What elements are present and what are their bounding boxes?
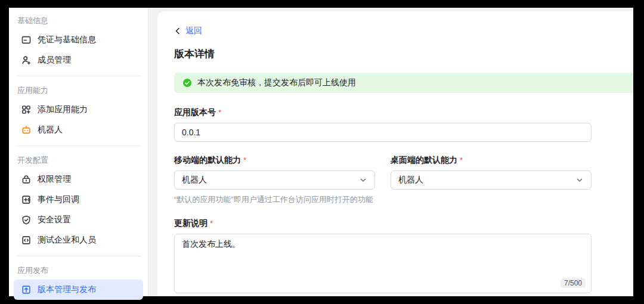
mobile-capability-value: 机器人 [182,175,207,185]
char-counter: 7/500 [561,278,586,288]
chevron-down-icon [575,176,584,184]
mobile-capability-select[interactable]: 机器人 [174,170,375,190]
version-label: 应用版本号 * [174,107,633,118]
sidebar-item-label: 权限管理 [38,174,71,185]
version-input[interactable] [174,123,592,142]
sidebar-item-members[interactable]: 成员管理 [14,50,143,70]
sidebar-item-label: 成员管理 [38,55,71,66]
required-mark: * [460,156,463,165]
sidebar-section-dev-config: 开发配置 [9,151,148,169]
publish-up-icon [21,284,32,295]
sidebar-divider [17,145,141,146]
chevron-down-icon [359,176,367,184]
main-content: 返回 版本详情 本次发布免审核，提交发布后即可上线使用 应用版本号 * 移动端的… [157,11,633,296]
release-notes-wrap: 首次发布上线。 7/500 [174,234,592,293]
banner-text: 本次发布免审核，提交发布后即可上线使用 [197,77,356,88]
lock-icon [21,174,32,185]
back-button[interactable]: 返回 [174,26,202,36]
sidebar-item-label: 事件与回调 [38,194,79,205]
sidebar-item-bot[interactable]: 机器人 [14,120,143,140]
sidebar-item-version-release[interactable]: 版本管理与发布 [14,280,143,300]
shield-check-icon [21,215,32,225]
robot-icon [21,125,32,135]
sidebar: 基础信息 凭证与基础信息 成员管理 应用能力 添加应用能力 机器人 [9,8,148,296]
sidebar-divider [17,76,141,76]
page-title: 版本详情 [174,47,633,61]
app-window: 基础信息 凭证与基础信息 成员管理 应用能力 添加应用能力 机器人 [9,8,633,296]
required-mark: * [243,156,246,165]
sidebar-section-app-release: 应用发布 [9,261,148,280]
sidebar-section-basic-info: 基础信息 [9,11,148,30]
app-grid-add-icon [21,104,32,115]
sidebar-item-permissions[interactable]: 权限管理 [14,169,143,190]
sidebar-item-label: 凭证与基础信息 [38,35,96,45]
required-mark: * [218,108,221,117]
sidebar-item-label: 安全设置 [38,215,71,225]
desktop-capability-select[interactable]: 机器人 [391,170,592,190]
chevron-left-icon [174,27,181,35]
sidebar-item-label: 添加应用能力 [38,104,88,115]
code-icon [21,235,32,246]
back-label: 返回 [185,26,202,36]
sidebar-item-events[interactable]: 事件与回调 [14,190,143,210]
required-mark: * [210,219,213,228]
release-notes-textarea[interactable]: 首次发布上线。 [174,234,592,293]
release-notes-label: 更新说明 * [174,218,633,229]
desktop-capability-label: 桌面端的默认能力 * [391,155,592,166]
success-banner: 本次发布免审核，提交发布后即可上线使用 [174,73,633,93]
sidebar-item-label: 机器人 [38,125,63,135]
sidebar-item-label: 测试企业和人员 [38,235,96,246]
sidebar-item-security[interactable]: 安全设置 [14,210,143,230]
sidebar-item-add-capability[interactable]: 添加应用能力 [14,100,143,120]
sidebar-item-credentials[interactable]: 凭证与基础信息 [14,30,143,50]
sidebar-section-app-capability: 应用能力 [9,81,148,100]
desktop-capability-value: 机器人 [398,175,423,185]
mobile-capability-label: 移动端的默认能力 * [174,155,375,166]
event-plus-icon [21,194,32,205]
check-circle-icon [182,78,192,88]
sidebar-divider [17,256,141,256]
capability-hint: “默认的应用功能”即用户通过工作台访问应用时打开的功能 [174,194,375,205]
person-add-icon [21,55,32,66]
sidebar-item-test-org[interactable]: 测试企业和人员 [14,230,143,250]
id-card-icon [21,35,32,45]
sidebar-item-label: 版本管理与发布 [38,284,96,295]
